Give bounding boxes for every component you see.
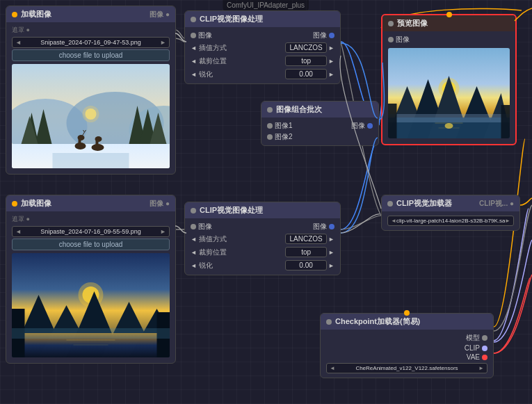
combine-body: 图像1 图像 图像2	[261, 118, 378, 145]
combine-node: 图像组合批次 图像1 图像 图像2	[261, 101, 379, 146]
load-image-2-filename: Snipaste_2024-07-16_09-55-59.png	[22, 228, 160, 235]
checkpoint-corner-dot	[404, 310, 410, 316]
load-image-node-1: 加载图像 图像 ● 遮罩 ● ◄ Snipaste_2024-07-16_09-…	[6, 6, 176, 175]
checkpoint-node: Checkpoint加载器(简易) 模型 CLIP VAE	[320, 313, 494, 378]
checkpoint-clip-row: CLIP	[323, 344, 490, 353]
preview-input-row: 图像	[385, 34, 513, 45]
clip-process-2-sharpen-row: ◄ 锐化 0.00 ►	[188, 259, 337, 272]
clip-vision-dot	[387, 201, 393, 207]
checkpoint-title: Checkpoint加载器(简易)	[335, 316, 420, 327]
load-image-1-body: 遮罩 ● ◄ Snipaste_2024-07-16_09-47-53.png …	[6, 22, 175, 174]
clip-process-1-crop-row: ◄ 裁剪位置 top ►	[188, 54, 337, 67]
svg-rect-20	[53, 153, 129, 168]
svg-point-19	[95, 136, 102, 142]
comfyui-label: ComfyUI_IPAdapter_plus	[223, 0, 309, 10]
combine-img1-row: 图像1 图像	[264, 120, 376, 131]
checkpoint-model-value: CheReAnimated_v122_V122.safetensors	[335, 365, 478, 371]
load-image-1-img-label: 图像 ●	[150, 10, 170, 19]
svg-rect-50	[388, 104, 397, 138]
combine-dot	[267, 107, 273, 113]
checkpoint-model-file[interactable]: ◄ CheReAnimated_v122_V122.safetensors ►	[326, 363, 487, 373]
clip-process-1-title: CLIP视觉图像处理	[200, 14, 263, 24]
clip-process-1-sharpen-row: ◄ 锐化 0.00 ►	[188, 67, 337, 81]
combine-header: 图像组合批次	[261, 102, 378, 118]
clip-process-2-io-row: 图像 图像	[188, 221, 337, 232]
clip-process-1-header: CLIP视觉图像处理	[185, 11, 340, 27]
load-image-1-file-select[interactable]: ◄ Snipaste_2024-07-16_09-47-53.png ►	[12, 37, 170, 48]
svg-rect-36	[12, 328, 170, 339]
clip-vision-header: CLIP视觉加载器 CLIP视... ●	[382, 195, 519, 211]
clip-vision-model-select[interactable]: ◄ clip-vit-large-patch14-laion2B-s32B-b7…	[387, 216, 514, 226]
load-image-2-dot	[12, 201, 17, 207]
preview-node: 预览图像 图像	[381, 14, 517, 145]
clip-process-2-header: CLIP视觉图像处理	[185, 202, 340, 218]
clip-vision-body: ◄ clip-vit-large-patch14-laion2B-s32B-b7…	[382, 211, 519, 230]
svg-point-22	[83, 106, 99, 122]
preview-dot	[388, 21, 394, 26]
clip-process-1-dot	[191, 17, 196, 22]
load-image-1-header: 加载图像 图像 ●	[6, 6, 175, 22]
load-image-2-img-label: 图像 ●	[150, 199, 170, 209]
checkpoint-vae-row: VAE	[323, 353, 490, 362]
load-image-2-body: 遮罩 ● ◄ Snipaste_2024-07-16_09-55-59.png …	[6, 211, 175, 363]
clip-process-2-interp-row: ◄ 插值方式 LANCZOS ►	[188, 232, 337, 245]
combine-img2-row: 图像2	[264, 131, 376, 143]
preview-corner-dot	[446, 12, 452, 17]
preview-header: 预览图像	[382, 15, 515, 31]
combine-title: 图像组合批次	[276, 104, 322, 115]
load-image-2-preview	[12, 253, 170, 357]
load-image-2-mask-label: 遮罩 ●	[9, 214, 172, 225]
preview-image	[388, 48, 510, 138]
checkpoint-header: Checkpoint加载器(简易)	[321, 314, 493, 330]
load-image-2-title: 加载图像	[21, 198, 51, 209]
clip-process-node-2: CLIP视觉图像处理 图像 图像 ◄ 插值方式 LANCZOS ►	[184, 202, 341, 275]
svg-rect-49	[388, 114, 510, 122]
clip-process-1-interp-row: ◄ 插值方式 LANCZOS ►	[188, 41, 337, 54]
clip-vision-model: clip-vit-large-patch14-laion2B-s32B-b79K…	[396, 218, 505, 224]
preview-body: 图像	[382, 31, 515, 144]
clip-vision-node: CLIP视觉加载器 CLIP视... ● ◄ clip-vit-large-pa…	[381, 195, 520, 231]
clip-vision-title: CLIP视觉加载器	[396, 198, 452, 209]
load-image-1-dot	[12, 12, 17, 17]
clip-process-1-body: 图像 图像 ◄ 插值方式 LANCZOS ► ◄ 裁剪位置	[185, 27, 340, 83]
load-image-node-2: 加载图像 图像 ● 遮罩 ● ◄ Snipaste_2024-07-16_09-…	[6, 195, 176, 364]
load-image-2-upload-btn[interactable]: choose file to upload	[12, 239, 170, 250]
load-image-1-upload-btn[interactable]: choose file to upload	[12, 49, 170, 61]
load-image-1-filename: Snipaste_2024-07-16_09-47-53.png	[22, 39, 160, 46]
clip-vision-output-label: CLIP视... ●	[479, 199, 514, 209]
preview-title: 预览图像	[397, 18, 428, 29]
clip-process-2-crop-row: ◄ 裁剪位置 top ►	[188, 245, 337, 259]
checkpoint-body: 模型 CLIP VAE ◄ CheReAnimated_v122_V122.sa…	[321, 330, 493, 378]
load-image-2-header: 加载图像 图像 ●	[6, 195, 175, 211]
load-image-1-preview	[12, 64, 170, 168]
clip-process-1-io-row: 图像 图像	[188, 30, 337, 41]
clip-process-2-title: CLIP视觉图像处理	[200, 205, 263, 216]
load-image-1-title: 加载图像	[21, 9, 51, 19]
svg-rect-51	[501, 105, 510, 138]
clip-process-2-dot	[191, 208, 196, 213]
clip-process-2-body: 图像 图像 ◄ 插值方式 LANCZOS ► ◄ 裁剪位置 top	[185, 218, 340, 275]
load-image-1-mask-label: 遮罩 ●	[9, 25, 172, 35]
checkpoint-model-row: 模型	[323, 332, 490, 344]
clip-process-node-1: CLIP视觉图像处理 图像 图像 ◄ 插值方式 LANCZOS ►	[184, 10, 341, 84]
load-image-2-file-select[interactable]: ◄ Snipaste_2024-07-16_09-55-59.png ►	[12, 226, 170, 237]
svg-point-13	[78, 135, 85, 140]
checkpoint-dot	[326, 319, 332, 325]
